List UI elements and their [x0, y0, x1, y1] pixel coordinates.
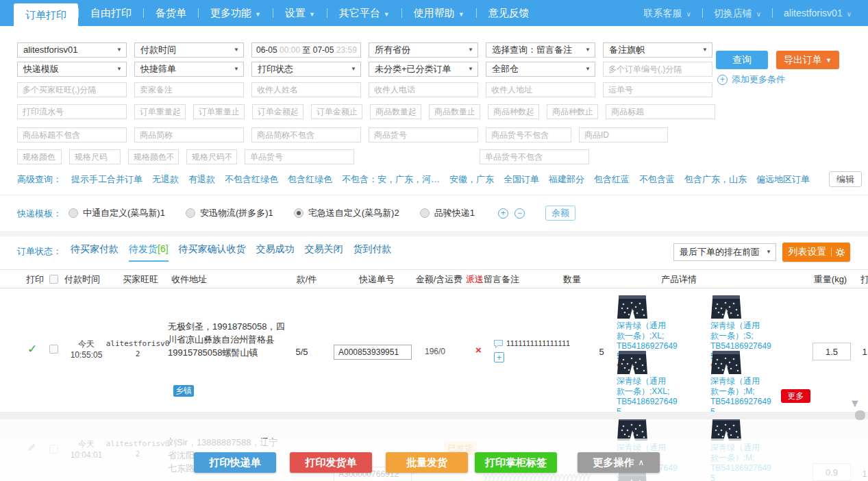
status-tab-1[interactable]: 待买家付款 — [71, 243, 119, 260]
radio-icon[interactable] — [69, 208, 78, 218]
nav-right-item-1[interactable]: 联系客服∨ — [632, 0, 702, 26]
search-button[interactable]: 查询 — [716, 51, 768, 69]
advanced-query-link[interactable]: 不包含：安，广东，河… — [342, 173, 440, 186]
filter-input[interactable] — [251, 82, 361, 97]
dispatch-close-icon[interactable]: × — [475, 344, 482, 356]
filter-select[interactable]: alitestforisv01▼ — [17, 42, 127, 58]
filter-select[interactable]: 所有省份▼ — [369, 42, 478, 58]
filter-input[interactable] — [547, 104, 598, 119]
advanced-query-link[interactable]: 安徽，广东 — [449, 173, 494, 186]
filter-select[interactable]: 未分类+已分类订单▼ — [369, 62, 478, 77]
filter-select[interactable]: 快捷筛单▼ — [134, 62, 244, 77]
advanced-query-link[interactable]: 不包含蓝 — [639, 173, 675, 186]
nav-tab-3[interactable]: 备货单 — [144, 0, 198, 26]
filter-input[interactable] — [134, 127, 244, 143]
filter-input[interactable] — [603, 82, 712, 97]
tracking-number-input[interactable] — [334, 345, 412, 360]
balance-button[interactable]: 余额 — [545, 206, 575, 221]
add-more-conditions-link[interactable]: + 添加更多条件 — [717, 73, 785, 86]
advanced-query-link[interactable]: 福建部分 — [549, 173, 584, 186]
row-checkbox[interactable] — [49, 345, 58, 354]
footer-button-1[interactable]: 打印快递单 — [194, 452, 276, 473]
filter-select[interactable]: 全部仓▼ — [486, 62, 595, 77]
advanced-query-link[interactable]: 提示手工合并订单 — [71, 173, 142, 186]
filter-input[interactable] — [369, 82, 478, 97]
advanced-query-link[interactable]: 包含红绿色 — [288, 173, 332, 186]
nav-tab-8[interactable]: 意见反馈 — [477, 0, 541, 26]
filter-input[interactable] — [252, 104, 303, 119]
filter-input[interactable] — [17, 149, 62, 164]
export-orders-button[interactable]: 导出订单 ▼ — [776, 51, 839, 69]
filter-input[interactable] — [488, 104, 539, 119]
radio-icon[interactable] — [186, 208, 195, 218]
advanced-query-link[interactable]: 不包含红绿色 — [225, 173, 278, 186]
filter-select[interactable]: 打印状态▼ — [251, 62, 361, 77]
footer-button-4[interactable]: 打印掌柜标签 — [475, 452, 557, 473]
footer-button-3[interactable]: 批量发货 — [386, 452, 468, 473]
more-products-button[interactable]: 更多 — [781, 389, 810, 403]
advanced-query-link[interactable]: 包含广东，山东 — [684, 173, 747, 186]
nav-right-item-2[interactable]: 切换店铺∨ — [703, 0, 772, 26]
filter-input[interactable] — [429, 104, 480, 119]
express-template-option[interactable]: 品骏快递1 — [420, 207, 475, 219]
add-note-icon[interactable]: + — [494, 352, 504, 362]
filter-select[interactable]: 付款时间▼ — [134, 42, 244, 58]
filter-input[interactable] — [128, 149, 179, 164]
filter-input[interactable] — [369, 127, 478, 143]
filter-input[interactable] — [17, 127, 127, 143]
advanced-query-link[interactable]: 包含红蓝 — [594, 173, 630, 186]
filter-input[interactable] — [606, 104, 715, 119]
filter-input[interactable] — [486, 127, 571, 143]
express-template-option[interactable]: 中通自定义(菜鸟新)1 — [69, 207, 165, 219]
sort-order-select[interactable]: 最后下单的排在前面 ▼ — [673, 243, 776, 261]
filter-input[interactable] — [486, 82, 595, 97]
status-tab-3[interactable]: 待买家确认收货 — [179, 243, 246, 260]
filter-input[interactable] — [480, 149, 589, 164]
express-template-option[interactable]: 安迅物流(拼多多)1 — [186, 207, 273, 219]
filter-input[interactable] — [370, 104, 421, 119]
filter-input[interactable] — [311, 104, 362, 119]
status-tab-6[interactable]: 货到付款 — [354, 243, 392, 260]
footer-button-5[interactable]: 更多操作∧ — [578, 452, 660, 473]
radio-icon[interactable] — [420, 208, 430, 218]
list-settings-button[interactable]: 列表设置 — [782, 243, 850, 262]
weight-input[interactable] — [813, 343, 851, 360]
filter-input[interactable] — [17, 104, 127, 119]
nav-right-item-3[interactable]: alitestforisv01∨ — [773, 0, 863, 26]
status-tab-2[interactable]: 待发货[6] — [129, 243, 169, 262]
filter-input[interactable] — [186, 149, 237, 164]
add-template-icon[interactable]: + — [498, 208, 508, 219]
nav-tab-2[interactable]: 自由打印 — [79, 0, 143, 26]
remove-template-icon[interactable]: − — [514, 208, 525, 219]
status-tab-5[interactable]: 交易关闭 — [305, 243, 343, 260]
radio-selected-icon[interactable] — [294, 208, 303, 218]
select-all-checkbox[interactable] — [49, 275, 58, 284]
filter-input[interactable] — [134, 82, 244, 97]
filter-select[interactable]: 备注旗帜▼ — [603, 42, 712, 58]
nav-tab-1[interactable]: 订单打印 — [14, 3, 78, 26]
filter-input[interactable] — [251, 127, 361, 143]
nav-tab-6[interactable]: 其它平台▼ — [327, 0, 401, 26]
footer-button-2[interactable]: 打印发货单 — [290, 452, 372, 473]
filter-input[interactable] — [69, 149, 121, 164]
date-range-field[interactable]: 06-05 00:00 至 07-05 23:59 — [251, 42, 361, 58]
nav-tab-5[interactable]: 设置▼ — [273, 0, 327, 26]
advanced-query-link[interactable]: 无退款 — [152, 173, 179, 186]
scrollbar-thumb[interactable] — [855, 410, 865, 420]
advanced-query-link[interactable]: 偏远地区订单 — [756, 173, 810, 186]
filter-input[interactable] — [17, 82, 127, 97]
filter-select[interactable]: 快递模版▼ — [17, 62, 127, 77]
scroll-down-arrow-icon[interactable]: ▼ — [850, 397, 860, 410]
edit-advanced-query-button[interactable]: 编辑 — [829, 171, 862, 187]
status-tab-4[interactable]: 交易成功 — [256, 243, 295, 260]
filter-select[interactable]: 选择查询：留言备注▼ — [486, 42, 595, 58]
filter-input[interactable] — [193, 104, 245, 119]
filter-input[interactable] — [579, 127, 668, 143]
nav-tab-7[interactable]: 使用帮助▼ — [402, 0, 476, 26]
advanced-query-link[interactable]: 全国订单 — [504, 173, 539, 186]
filter-input[interactable] — [245, 149, 354, 164]
express-template-option[interactable]: 宅急送自定义(菜鸟新)2 — [294, 207, 399, 219]
advanced-query-link[interactable]: 有退款 — [188, 173, 215, 186]
order-number-input[interactable] — [603, 62, 712, 77]
nav-tab-4[interactable]: 更多功能▼ — [199, 0, 273, 26]
